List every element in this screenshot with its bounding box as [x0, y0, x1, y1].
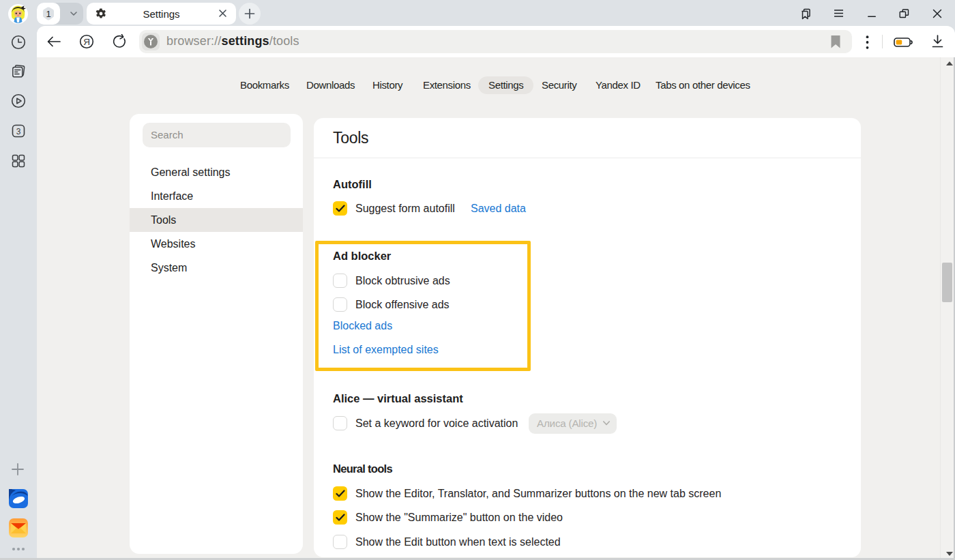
- svg-text:Я: Я: [83, 37, 90, 47]
- svg-text:1: 1: [46, 9, 50, 19]
- svg-text:3: 3: [16, 127, 21, 136]
